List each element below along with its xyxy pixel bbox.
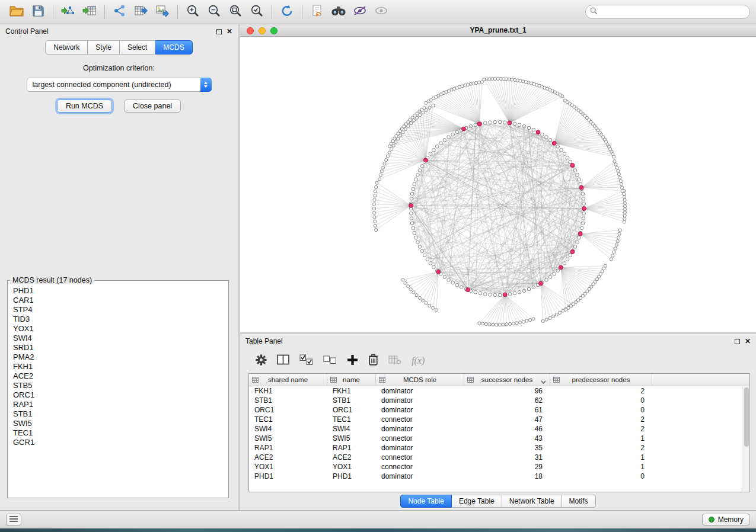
table-row[interactable]: ORC1ORC1dominator610 (249, 405, 742, 415)
table-row[interactable]: ACE2ACE2connector311 (249, 453, 742, 462)
table-row[interactable]: SWI5SWI5connector431 (249, 434, 742, 443)
result-node[interactable]: SRD1 (13, 343, 228, 352)
open-session-button[interactable] (6, 3, 27, 21)
import-network-file-button[interactable] (58, 3, 79, 21)
table-row[interactable]: RAP1RAP1dominator352 (249, 443, 742, 453)
close-table-panel-icon[interactable]: ✕ (745, 338, 751, 345)
window-controls (247, 27, 277, 34)
tab-style[interactable]: Style (88, 40, 120, 55)
criterion-dropdown[interactable]: largest connected component (undirected) (27, 78, 212, 92)
function-builder-button[interactable]: f(x) (412, 355, 425, 366)
table-settings-button[interactable] (256, 354, 267, 368)
run-mcds-button[interactable]: Run MCDS (57, 100, 112, 113)
memory-button[interactable]: Memory (702, 514, 750, 525)
table-scrollbar[interactable] (742, 386, 749, 492)
column-header-MCDS-role[interactable]: MCDS role (376, 374, 464, 386)
search-input[interactable] (601, 8, 745, 16)
result-node[interactable]: FKH1 (13, 362, 228, 371)
tab-mcds[interactable]: MCDS (155, 40, 192, 55)
column-header-predecessor-nodes[interactable]: predecessor nodes (550, 374, 652, 386)
result-node[interactable]: STP4 (13, 305, 228, 315)
column-header-successor-nodes[interactable]: successor nodes (464, 374, 550, 386)
result-node[interactable]: ORC1 (13, 390, 228, 400)
result-node[interactable]: STB5 (13, 381, 228, 390)
import-table-file-button[interactable] (79, 3, 100, 21)
network-canvas[interactable] (240, 37, 756, 332)
table-cell: SWI5 (327, 434, 376, 443)
table-row[interactable]: FKH1FKH1dominator962 (249, 386, 742, 396)
scrollbar-thumb[interactable] (744, 387, 749, 447)
mcds-result-box: MCDS result (17 nodes) PHD1CAR1STP4TID3Y… (7, 276, 229, 498)
network-graph (240, 37, 756, 332)
tab-edge-table[interactable]: Edge Table (452, 495, 502, 508)
table-panel-tabs: Node TableEdge TableNetwork TableMotifs (240, 492, 756, 510)
tab-node-table[interactable]: Node Table (400, 495, 452, 508)
save-session-button[interactable] (27, 3, 49, 21)
float-panel-icon[interactable] (216, 29, 222, 34)
minimize-window-icon[interactable] (259, 27, 266, 34)
table-row[interactable]: STB1STB1dominator620 (249, 396, 742, 405)
result-node[interactable]: TEC1 (13, 428, 228, 438)
table-cell: SWI5 (249, 434, 327, 443)
table-cell: SWI4 (327, 425, 376, 433)
column-header-name[interactable]: name (327, 374, 376, 386)
table-cell: dominator (376, 387, 464, 395)
toggle-visibility-button[interactable] (349, 3, 371, 21)
table-row[interactable]: TEC1TEC1connector472 (249, 415, 742, 424)
zoom-out-button[interactable] (203, 3, 225, 21)
result-node[interactable]: YOX1 (13, 324, 228, 334)
result-node[interactable]: PHD1 (13, 286, 228, 296)
manage-networks-button[interactable] (307, 3, 328, 21)
table-row[interactable]: SWI4SWI4dominator462 (249, 424, 742, 434)
apply-layout-button[interactable] (276, 3, 298, 21)
add-column-button[interactable] (347, 354, 358, 368)
float-table-panel-icon[interactable] (735, 339, 740, 344)
close-window-icon[interactable] (247, 27, 254, 34)
show-hide-button[interactable] (371, 3, 392, 21)
table-cell: STB1 (327, 396, 376, 405)
column-header-shared-name[interactable]: shared name (249, 374, 327, 386)
search-field[interactable] (585, 5, 750, 19)
sort-chevron-icon[interactable] (541, 378, 546, 385)
control-panel-tabs: NetworkStyleSelectMCDS (0, 40, 238, 55)
zoom-fit-button[interactable] (225, 3, 246, 21)
table-body: FKH1FKH1dominator962STB1STB1dominator620… (249, 386, 742, 492)
select-all-button[interactable] (299, 354, 313, 368)
zoom-selected-button[interactable] (246, 3, 267, 21)
result-node[interactable]: STB1 (13, 409, 228, 419)
tab-network-table[interactable]: Network Table (502, 495, 562, 508)
control-panel-title: Control Panel (5, 27, 49, 36)
table-row[interactable]: PHD1PHD1dominator180 (249, 472, 742, 481)
table-cell: connector (376, 434, 464, 443)
result-node[interactable]: RAP1 (13, 400, 228, 409)
table-cell: ORC1 (327, 406, 376, 414)
right-side: YPA_prune.txt_1 Table Panel ✕ (240, 24, 756, 510)
show-columns-button[interactable] (277, 354, 289, 367)
task-history-button[interactable] (6, 514, 21, 525)
close-panel-icon[interactable]: ✕ (227, 28, 232, 35)
tab-select[interactable]: Select (120, 40, 155, 55)
export-table-button[interactable] (130, 3, 152, 21)
maximize-window-icon[interactable] (270, 27, 277, 34)
columns-icon (277, 354, 289, 367)
search-network-button[interactable] (328, 3, 349, 21)
export-table-icon (134, 4, 148, 20)
deselect-all-button[interactable] (323, 354, 337, 368)
result-node[interactable]: PMA2 (13, 352, 228, 362)
tab-network[interactable]: Network (45, 40, 88, 55)
export-image-button[interactable] (152, 3, 173, 21)
result-node[interactable]: TID3 (13, 315, 228, 324)
table-row[interactable]: YOX1YOX1connector291 (249, 462, 742, 472)
table-cell: 0 (550, 396, 652, 405)
result-node[interactable]: CAR1 (13, 296, 228, 305)
zoom-in-button[interactable] (182, 3, 203, 21)
close-panel-button[interactable]: Close panel (124, 100, 181, 113)
main-area: Control Panel ✕ NetworkStyleSelectMCDS O… (0, 24, 756, 510)
result-node[interactable]: SWI4 (13, 334, 228, 343)
result-node[interactable]: ACE2 (13, 371, 228, 381)
tab-motifs[interactable]: Motifs (562, 495, 596, 508)
result-node[interactable]: GCR1 (13, 438, 228, 447)
result-node[interactable]: SWI5 (13, 419, 228, 428)
new-network-button[interactable] (109, 3, 130, 21)
delete-column-button[interactable] (368, 354, 378, 368)
